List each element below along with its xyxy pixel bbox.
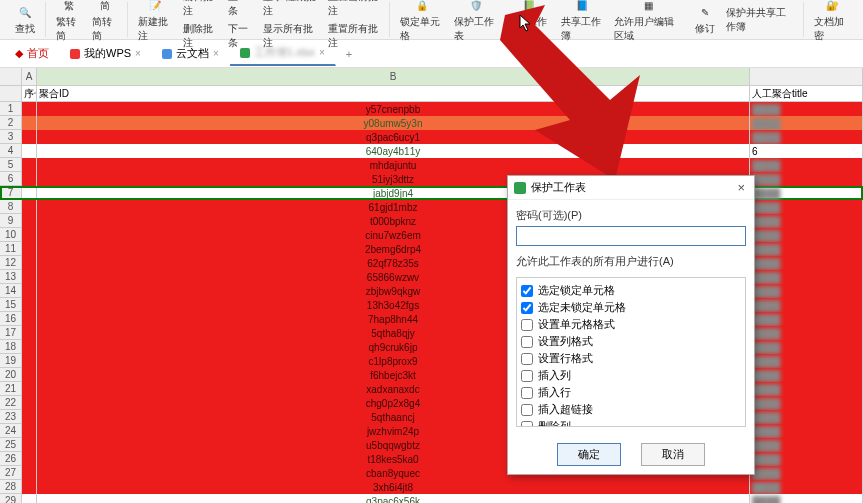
cell-a[interactable]: [22, 242, 37, 256]
cell-c[interactable]: ████: [750, 284, 863, 298]
header-cell-a[interactable]: 序号: [22, 86, 37, 101]
cell-c[interactable]: ████: [750, 382, 863, 396]
table-row[interactable]: 1y57cnenpbb████: [0, 102, 863, 116]
cell-a[interactable]: [22, 368, 37, 382]
cell-a[interactable]: [22, 396, 37, 410]
cell-c[interactable]: ████: [750, 256, 863, 270]
cell-c[interactable]: ████: [750, 158, 863, 172]
cell-a[interactable]: [22, 424, 37, 438]
cell-c[interactable]: ████: [750, 466, 863, 480]
row-number[interactable]: 24: [0, 424, 22, 438]
prev-note-button[interactable]: 上一条: [224, 0, 258, 20]
close-icon[interactable]: ×: [135, 48, 141, 59]
cell-a[interactable]: [22, 102, 37, 116]
cell-a[interactable]: [22, 270, 37, 284]
row-number[interactable]: 8: [0, 200, 22, 214]
permission-checkbox[interactable]: [521, 404, 533, 416]
password-input[interactable]: [516, 226, 746, 246]
reset-note-button[interactable]: 重置当前批注: [324, 0, 384, 20]
tab-cloud[interactable]: 云文档×: [152, 42, 230, 65]
table-row[interactable]: 4640ay4b11y6: [0, 144, 863, 158]
new-note-button[interactable]: 📝 新建批注: [134, 0, 177, 45]
col-header-a[interactable]: A: [22, 68, 37, 85]
header-cell-b[interactable]: 聚合ID: [37, 86, 750, 101]
allow-ranges-button[interactable]: ▦ 允许用户编辑区域: [610, 0, 688, 45]
row-number[interactable]: 9: [0, 214, 22, 228]
cell-b[interactable]: 640ay4b11y: [37, 144, 750, 158]
row-number[interactable]: 16: [0, 312, 22, 326]
permissions-list[interactable]: 选定锁定单元格选定未锁定单元格设置单元格格式设置列格式设置行格式插入列插入行插入…: [516, 277, 746, 427]
row-number[interactable]: 27: [0, 466, 22, 480]
protect-sheet-button[interactable]: 🛡️ 保护工作表: [450, 0, 501, 45]
cell-b[interactable]: y57cnenpbb: [37, 102, 750, 116]
col-header-b[interactable]: B: [37, 68, 750, 85]
cell-c[interactable]: ████: [750, 214, 863, 228]
row-number[interactable]: 21: [0, 382, 22, 396]
lock-cells-button[interactable]: 🔒 锁定单元格: [396, 0, 447, 45]
cell-c[interactable]: ████: [750, 424, 863, 438]
row-number[interactable]: 4: [0, 144, 22, 158]
cell-c[interactable]: ████: [750, 312, 863, 326]
permission-checkbox[interactable]: [521, 302, 533, 314]
row-number[interactable]: 18: [0, 340, 22, 354]
cell-a[interactable]: [22, 410, 37, 424]
cell-a[interactable]: [22, 340, 37, 354]
permission-item[interactable]: 设置单元格格式: [521, 316, 741, 333]
row-number[interactable]: 3: [0, 130, 22, 144]
row-number[interactable]: 12: [0, 256, 22, 270]
find-button[interactable]: 🔍 查找: [10, 2, 40, 38]
row-number[interactable]: 26: [0, 452, 22, 466]
cell-a[interactable]: [22, 354, 37, 368]
cell-a[interactable]: [22, 214, 37, 228]
cell-b[interactable]: mhdajuntu: [37, 158, 750, 172]
cell-c[interactable]: ████: [750, 410, 863, 424]
tab-mywps[interactable]: 我的WPS×: [60, 42, 152, 65]
revisions-button[interactable]: ✎ 修订: [690, 2, 720, 38]
permission-item[interactable]: 插入超链接: [521, 401, 741, 418]
permission-checkbox[interactable]: [521, 387, 533, 399]
row-number[interactable]: 10: [0, 228, 22, 242]
cell-b[interactable]: q3pac6ucy1: [37, 130, 750, 144]
cell-c[interactable]: ████: [750, 368, 863, 382]
permission-item[interactable]: 选定锁定单元格: [521, 282, 741, 299]
cell-a[interactable]: [22, 228, 37, 242]
cell-c[interactable]: ████: [750, 340, 863, 354]
cell-c[interactable]: ████: [750, 242, 863, 256]
row-number[interactable]: 14: [0, 284, 22, 298]
cell-b[interactable]: y08umw5y3n: [37, 116, 750, 130]
cell-a[interactable]: [22, 382, 37, 396]
row-number[interactable]: 22: [0, 396, 22, 410]
row-number[interactable]: 17: [0, 326, 22, 340]
tab-home[interactable]: ◆ 首页: [5, 42, 60, 65]
cell-a[interactable]: [22, 438, 37, 452]
cell-c[interactable]: ████: [750, 172, 863, 186]
row-number[interactable]: 7: [0, 186, 22, 200]
header-cell-c[interactable]: 人工聚合title: [750, 86, 863, 101]
row-number[interactable]: 2: [0, 116, 22, 130]
ok-button[interactable]: 确定: [557, 443, 621, 466]
permission-item[interactable]: 删除列: [521, 418, 741, 427]
permission-checkbox[interactable]: [521, 285, 533, 297]
table-row[interactable]: 5mhdajuntu████: [0, 158, 863, 172]
share-book-button[interactable]: 📘 共享工作簿: [557, 0, 608, 45]
dialog-titlebar[interactable]: 保护工作表 ×: [508, 176, 754, 200]
cell-c[interactable]: ████: [750, 480, 863, 494]
close-icon[interactable]: ×: [319, 47, 325, 58]
cancel-button[interactable]: 取消: [641, 443, 705, 466]
row-number[interactable]: 23: [0, 410, 22, 424]
doc-encrypt-button[interactable]: 🔐 文档加密: [810, 0, 853, 45]
cell-c[interactable]: ████: [750, 186, 863, 200]
cell-c[interactable]: ████: [750, 438, 863, 452]
cell-a[interactable]: [22, 144, 37, 158]
permission-item[interactable]: 选定未锁定单元格: [521, 299, 741, 316]
cell-a[interactable]: [22, 494, 37, 503]
table-row[interactable]: 2y08umw5y3n████: [0, 116, 863, 130]
table-row[interactable]: 29q3pac6x56k████: [0, 494, 863, 503]
trad-simp-button[interactable]: 简 简转简: [88, 0, 122, 45]
cell-c[interactable]: ████: [750, 116, 863, 130]
simp-trad-button[interactable]: 繁 繁转简: [52, 0, 86, 45]
select-all-corner[interactable]: [0, 68, 22, 85]
row-number[interactable]: [0, 86, 22, 101]
row-number[interactable]: 20: [0, 368, 22, 382]
cell-a[interactable]: [22, 312, 37, 326]
